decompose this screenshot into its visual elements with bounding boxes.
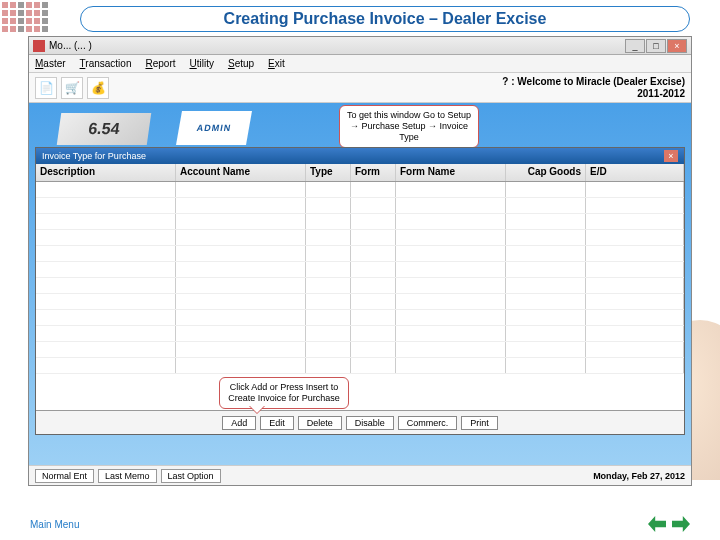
col-type[interactable]: Type — [306, 164, 351, 181]
delete-button[interactable]: Delete — [298, 416, 342, 430]
menu-report[interactable]: Report — [145, 58, 175, 69]
col-cap-goods[interactable]: Cap Goods — [506, 164, 586, 181]
status-normal-ent[interactable]: Normal Ent — [35, 469, 94, 483]
prev-arrow-icon[interactable] — [648, 516, 666, 532]
col-account-name[interactable]: Account Name — [176, 164, 306, 181]
app-window: Mo... (... ) _ □ × MMasteraster Transact… — [28, 36, 692, 486]
menu-transaction[interactable]: Transaction — [80, 58, 132, 69]
menu-utility[interactable]: Utility — [190, 58, 214, 69]
dialog-title-text: Invoice Type for Purchase — [42, 151, 146, 161]
menu-setup[interactable]: Setup — [228, 58, 254, 69]
slide-nav — [648, 516, 690, 532]
col-ed[interactable]: E/D — [586, 164, 684, 181]
edit-button[interactable]: Edit — [260, 416, 294, 430]
minimize-button[interactable]: _ — [625, 39, 645, 53]
dialog-titlebar: Invoice Type for Purchase × — [36, 148, 684, 164]
bg-tile-number: 6.54 — [57, 113, 151, 145]
app-icon — [33, 40, 45, 52]
status-last-memo[interactable]: Last Memo — [98, 469, 157, 483]
status-last-option[interactable]: Last Option — [161, 469, 221, 483]
table-row — [36, 182, 684, 198]
main-menu-link[interactable]: Main Menu — [30, 519, 79, 530]
table-row — [36, 278, 684, 294]
col-form-name[interactable]: Form Name — [396, 164, 506, 181]
welcome-line1: ? : Welcome to Miracle (Dealer Excise) — [502, 76, 685, 88]
menu-bar: MMasteraster Transaction Report Utility … — [29, 55, 691, 73]
close-button[interactable]: × — [667, 39, 687, 53]
next-arrow-icon[interactable] — [672, 516, 690, 532]
menu-master[interactable]: MMasteraster — [35, 58, 66, 69]
status-date: Monday, Feb 27, 2012 — [593, 471, 685, 481]
window-controls: _ □ × — [625, 39, 687, 53]
table-row — [36, 310, 684, 326]
dialog-buttons: Add Edit Delete Disable Commerc. Print — [36, 410, 684, 434]
welcome-text: ? : Welcome to Miracle (Dealer Excise) 2… — [502, 76, 685, 100]
menu-exit[interactable]: Exit — [268, 58, 285, 69]
table-row — [36, 342, 684, 358]
toolbar-btn-3[interactable]: 💰 — [87, 77, 109, 99]
table-row — [36, 198, 684, 214]
status-bar: Normal Ent Last Memo Last Option Monday,… — [29, 465, 691, 485]
decor-dots — [2, 2, 48, 32]
table-row — [36, 358, 684, 374]
commerc-button[interactable]: Commerc. — [398, 416, 458, 430]
disable-button[interactable]: Disable — [346, 416, 394, 430]
window-titlebar: Mo... (... ) _ □ × — [29, 37, 691, 55]
window-title-text: Mo... (... ) — [49, 40, 92, 51]
print-button[interactable]: Print — [461, 416, 498, 430]
dialog-close-button[interactable]: × — [664, 150, 678, 162]
maximize-button[interactable]: □ — [646, 39, 666, 53]
table-row — [36, 262, 684, 278]
table-row — [36, 214, 684, 230]
welcome-line2: 2011-2012 — [502, 88, 685, 100]
table-row — [36, 230, 684, 246]
col-description[interactable]: Description — [36, 164, 176, 181]
admin-badge: ADMIN — [176, 111, 252, 145]
slide-title: Creating Purchase Invoice – Dealer Excis… — [80, 6, 690, 32]
table-row — [36, 326, 684, 342]
table-row — [36, 294, 684, 310]
table-body[interactable] — [36, 182, 684, 410]
col-form[interactable]: Form — [351, 164, 396, 181]
callout-bottom: Click Add or Press Insert to Create Invo… — [219, 377, 349, 409]
toolbar-btn-1[interactable]: 📄 — [35, 77, 57, 99]
toolbar: 📄 🛒 💰 ? : Welcome to Miracle (Dealer Exc… — [29, 73, 691, 103]
table-row — [36, 246, 684, 262]
table-header: Description Account Name Type Form Form … — [36, 164, 684, 182]
toolbar-btn-2[interactable]: 🛒 — [61, 77, 83, 99]
callout-top: To get this window Go to Setup → Purchas… — [339, 105, 479, 148]
invoice-type-dialog: Invoice Type for Purchase × Description … — [35, 147, 685, 435]
workspace: 6.54 ADMIN To get this window Go to Setu… — [29, 103, 691, 465]
